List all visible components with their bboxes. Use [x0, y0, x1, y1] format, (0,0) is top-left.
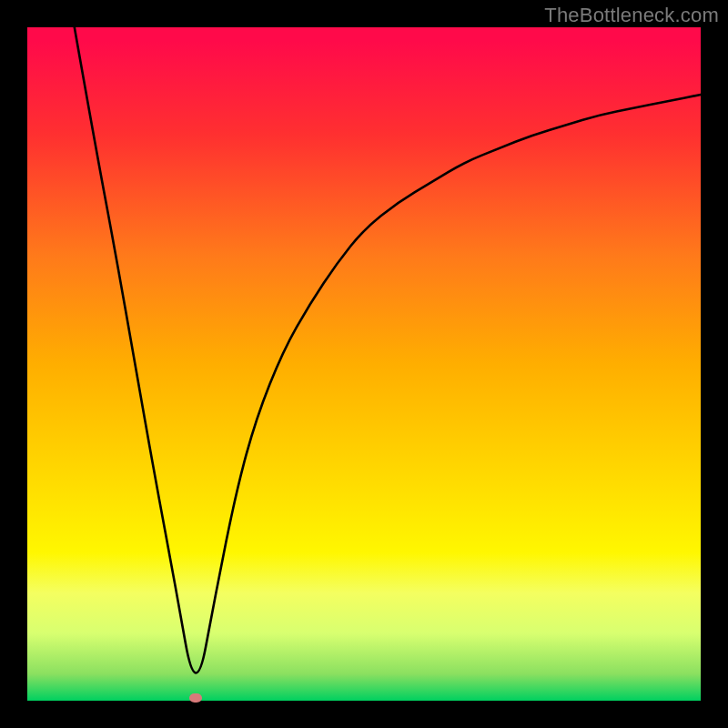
- bottleneck-curve: [27, 27, 701, 701]
- optimum-marker: [189, 693, 202, 703]
- watermark-text: TheBottleneck.com: [544, 4, 719, 27]
- plot-area: [27, 27, 701, 701]
- chart-frame: TheBottleneck.com: [0, 0, 728, 728]
